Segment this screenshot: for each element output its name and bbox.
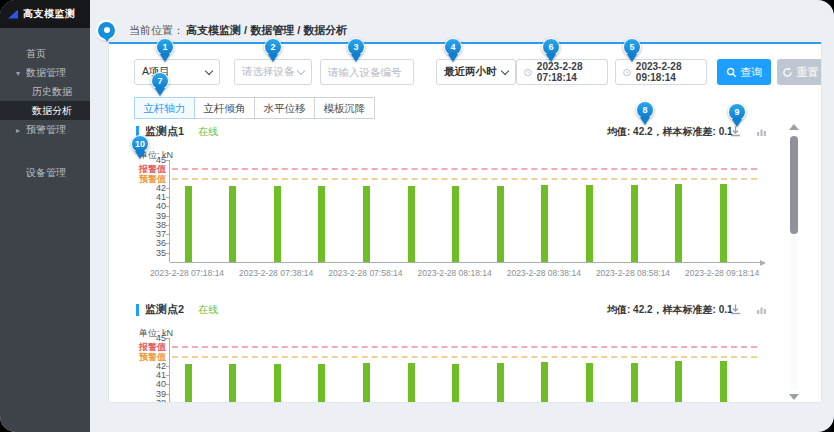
bar (720, 361, 727, 403)
tab-3[interactable]: 模板沉降 (314, 97, 375, 119)
download-icon[interactable] (729, 125, 742, 138)
bar (720, 184, 727, 262)
sidebar-item-warning-management[interactable]: ▸预警管理 (0, 120, 90, 139)
y-tick-mark (166, 243, 170, 244)
scrollbar[interactable] (788, 124, 800, 400)
bar (408, 186, 415, 262)
mean-std-stats: 均值: 42.2，样本标准差: 0.1 (607, 303, 733, 317)
clock-icon (623, 67, 631, 78)
x-axis-arrow-icon (760, 260, 769, 266)
chart-title: 监测点2 (145, 302, 184, 317)
sidebar-item-label: 历史数据 (32, 86, 72, 97)
bar (541, 185, 548, 262)
sidebar-item-history-data[interactable]: 历史数据 (0, 82, 90, 101)
end-time-picker[interactable]: 2023-2-28 09:18:14 (615, 59, 707, 85)
warning-threshold-line (172, 356, 757, 358)
sidebar-item-label: 数据管理 (26, 67, 66, 78)
bar (541, 362, 548, 403)
breadcrumb: 当前位置： 高支模监测 / 数据管理 / 数据分析 (98, 17, 347, 43)
bar (408, 363, 415, 403)
bar (274, 364, 281, 404)
tab-1[interactable]: 立杆倾角 (194, 97, 255, 119)
status-badge: 在线 (198, 303, 218, 317)
bar (185, 186, 192, 262)
start-time-value: 2023-2-28 07:18:14 (537, 61, 600, 83)
alarm-threshold-line (172, 168, 757, 170)
warning-threshold-line (172, 178, 757, 180)
bar (185, 364, 192, 403)
app-title: 高支模监测 (23, 7, 76, 21)
sidebar-item-data-management[interactable]: ▾数据管理 (0, 63, 90, 82)
bar (452, 186, 459, 262)
sidebar-item-label: 数据分析 (32, 105, 72, 116)
y-tick-mark (166, 384, 170, 385)
y-tick-mark (166, 225, 170, 226)
project-select-value: A项目 (142, 65, 170, 79)
y-tick-label: 38 (136, 398, 166, 403)
chevron-down-icon (501, 66, 509, 74)
bar (497, 363, 504, 403)
scroll-down-arrow-icon[interactable] (789, 394, 799, 400)
bar (318, 186, 325, 263)
y-tick-label: 35 (136, 248, 166, 258)
chart-plot-area: 454241403938373635报警值预警值 (169, 160, 747, 262)
chart-title: 监测点1 (145, 124, 184, 139)
device-select[interactable]: 请选择设备 (234, 59, 312, 85)
bar (586, 363, 593, 403)
y-tick-mark (166, 338, 170, 339)
y-tick-mark (166, 375, 170, 376)
bar (274, 186, 281, 263)
y-tick-mark (166, 394, 170, 395)
x-tick-label: 2023-2-28 09:18:14 (667, 268, 777, 278)
chart-header: 监测点2在线 (136, 302, 218, 317)
y-tick-mark (166, 366, 170, 367)
y-tick-mark (166, 253, 170, 254)
y-tick-mark (166, 234, 170, 235)
caret-icon: ▾ (16, 64, 26, 83)
time-range-select[interactable]: 最近两小时 (436, 59, 516, 85)
bar (675, 361, 682, 403)
x-axis-line (170, 262, 763, 263)
logo-bar: 高支模监测 (0, 0, 90, 28)
content-card: A项目 请选择设备 最近两小时 2023-2-28 07:18:14 2023-… (108, 42, 822, 403)
bar (363, 186, 370, 263)
bar-chart-icon[interactable] (755, 303, 768, 316)
download-icon[interactable] (729, 303, 742, 316)
bar (586, 185, 593, 262)
section-accent-bar (136, 126, 139, 138)
project-select[interactable]: A项目 (134, 59, 220, 85)
bar (363, 363, 370, 403)
sidebar-item-device-management[interactable]: 设备管理 (0, 163, 90, 182)
section-accent-bar (136, 304, 139, 316)
app-logo-icon (8, 10, 18, 19)
tab-0[interactable]: 立杆轴力 (134, 97, 195, 119)
y-tick-mark (166, 160, 170, 161)
sidebar-item-home[interactable]: 首页 (0, 44, 90, 63)
chevron-down-icon (205, 66, 213, 74)
scrollbar-thumb[interactable] (790, 136, 798, 234)
search-icon (726, 67, 737, 78)
bar (631, 185, 638, 262)
tab-2[interactable]: 水平位移 (254, 97, 315, 119)
measurement-tabs: 立杆轴力立杆倾角水平位移模板沉降 (134, 97, 375, 119)
reset-button[interactable]: 重置 (777, 59, 822, 85)
bar (229, 364, 236, 403)
bar-chart-icon[interactable] (755, 125, 768, 138)
caret-icon: ▸ (16, 121, 26, 140)
y-tick-mark (166, 197, 170, 198)
search-button[interactable]: 查询 (717, 59, 771, 85)
reset-button-label: 重置 (797, 65, 819, 80)
device-no-input[interactable] (320, 59, 414, 85)
sidebar-item-data-analysis[interactable]: 数据分析 (0, 101, 90, 120)
start-time-picker[interactable]: 2023-2-28 07:18:14 (516, 59, 608, 85)
bar (229, 186, 236, 262)
bar (631, 363, 638, 403)
y-tick-mark (166, 188, 170, 189)
sidebar: 高支模监测 首页▾数据管理历史数据数据分析▸预警管理设备管理 (0, 0, 90, 432)
chart-plot-area: 454241403938373635报警值预警值 (169, 338, 747, 403)
device-select-placeholder: 请选择设备 (242, 65, 295, 79)
scroll-up-arrow-icon[interactable] (789, 124, 799, 130)
mean-std-stats: 均值: 42.2，样本标准差: 0.1 (607, 125, 733, 139)
app-window: 高支模监测 首页▾数据管理历史数据数据分析▸预警管理设备管理 当前位置： 高支模… (0, 0, 834, 432)
breadcrumb-prefix: 当前位置： (129, 23, 184, 38)
